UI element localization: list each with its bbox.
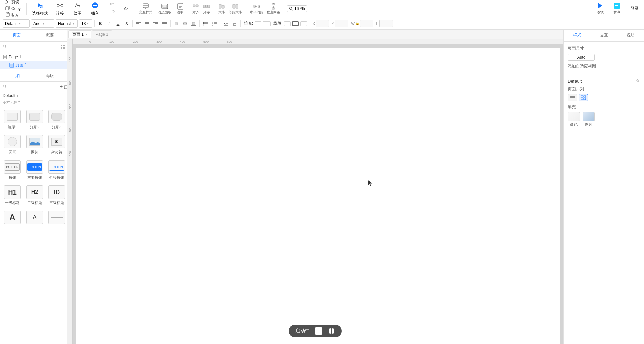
strikethrough-button[interactable]: S <box>123 20 130 27</box>
paste-button[interactable]: 粘贴 <box>4 12 22 18</box>
layout-btn-list[interactable] <box>568 94 577 101</box>
pages-search-input[interactable] <box>8 44 58 49</box>
fill-option-color[interactable]: 颜色 <box>568 112 580 127</box>
y-input[interactable] <box>335 20 348 27</box>
distribute-button[interactable]: 分布 <box>202 2 211 15</box>
comp-item-rect3[interactable]: 矩形3 <box>47 109 66 131</box>
font-dropdown[interactable]: Ariel ▾ <box>31 19 54 28</box>
tree-item-frame1[interactable]: 页面 1 <box>0 61 67 69</box>
svg-rect-84 <box>63 45 65 46</box>
selector-button[interactable]: 选择模式 <box>29 0 51 17</box>
comp-search-input[interactable] <box>8 84 58 89</box>
tree-item-page1[interactable]: Page 1 <box>0 53 67 61</box>
layout-btn-grid[interactable] <box>579 94 588 101</box>
comp-item-h2[interactable]: H2 二级标题 <box>25 184 44 207</box>
comp-item-circle[interactable]: 圆形 <box>3 134 22 156</box>
copy-button[interactable]: Copy <box>4 5 22 12</box>
svg-point-8 <box>61 4 63 6</box>
comp-add-button[interactable]: + <box>60 84 63 90</box>
fill-color-swatch2[interactable] <box>263 21 271 26</box>
weight-dropdown[interactable]: Normal ▾ <box>56 19 78 28</box>
x-input[interactable] <box>316 20 329 27</box>
ordered-list-button[interactable]: 1.2.3. <box>211 20 218 27</box>
border-style-swatch[interactable] <box>292 21 299 26</box>
valign-middle-button[interactable] <box>181 20 189 27</box>
comp-item-image[interactable]: 图片 <box>25 134 44 156</box>
comp-item-btn-link[interactable]: BUTTON 链接按钮 <box>47 159 66 181</box>
comp-item-h3[interactable]: H3 三级标题 <box>47 184 66 207</box>
style-dropdown[interactable]: Default ▾ <box>3 19 30 28</box>
font-size-dropdown[interactable]: 13 ▾ <box>79 19 92 28</box>
dynamic-panel-button[interactable]: 动态面板 <box>156 2 173 15</box>
stop-button[interactable] <box>315 327 322 335</box>
connect-button[interactable]: 连接 <box>52 0 68 17</box>
valign-bottom-button[interactable] <box>190 20 197 27</box>
fill-color-swatch[interactable] <box>255 21 261 26</box>
tab-masters[interactable]: 母版 <box>34 71 67 81</box>
draw-button[interactable]: 绘图 <box>70 0 86 17</box>
bold-button[interactable]: B <box>97 20 104 27</box>
undo-button[interactable] <box>109 1 116 8</box>
interaction-style-button[interactable]: 交互样式 <box>138 2 154 15</box>
canvas-background[interactable] <box>73 44 563 344</box>
w-input[interactable] <box>360 20 373 27</box>
notes-button[interactable]: 说明 <box>175 2 185 15</box>
equal-size-button[interactable]: 等距大小 <box>228 2 243 15</box>
h-input[interactable] <box>379 20 393 27</box>
tab-interact[interactable]: 交互 <box>591 30 617 41</box>
valign-top-button[interactable] <box>173 20 180 27</box>
comp-copy-button[interactable] <box>64 84 67 90</box>
login-button[interactable]: 登录 <box>628 4 641 13</box>
format-toolbar: Default ▾ Ariel ▾ Normal ▾ 13 ▾ B I U S <box>0 17 644 30</box>
status-label: 启动中 <box>295 328 310 334</box>
comp-item-placeholder[interactable]: ✉ 占位符 <box>47 134 66 156</box>
tab-notes[interactable]: 说明 <box>617 30 644 41</box>
comp-item-divider[interactable] <box>47 209 66 227</box>
canvas-tab-close[interactable]: × <box>86 33 88 36</box>
comp-item-rect2[interactable]: 矩形2 <box>25 109 44 131</box>
align-left-button[interactable] <box>135 20 142 27</box>
add-responsive-button[interactable]: 添加自适应视图 <box>568 62 640 71</box>
indent-decrease-button[interactable] <box>222 20 230 27</box>
comp-item-rect1[interactable]: 矩形1 <box>3 109 22 131</box>
copy-label: Copy <box>11 6 21 11</box>
fill-option-image[interactable]: 图片 <box>583 112 595 127</box>
redo-button[interactable] <box>109 9 116 16</box>
text-format-button[interactable]: Aa <box>122 6 132 12</box>
indent-increase-button[interactable] <box>231 20 238 27</box>
size-tools-group: 大小 等距大小 <box>217 2 243 15</box>
comp-item-btn-primary[interactable]: BUTTON 主要按钮 <box>25 159 44 181</box>
size-button[interactable]: 大小 <box>217 2 226 15</box>
border-color-swatch[interactable] <box>284 21 291 26</box>
tab-widgets[interactable]: 元件 <box>0 71 34 81</box>
h-spacing-button[interactable]: 水平间距 <box>249 2 264 15</box>
pages-grid-view-button[interactable] <box>60 44 66 50</box>
border-width-swatch[interactable] <box>300 21 307 26</box>
align-justify-button[interactable] <box>161 20 168 27</box>
insert-button[interactable]: 插入 <box>87 0 103 17</box>
share-button[interactable]: 共享 <box>610 1 624 16</box>
canvas-tab-page1[interactable]: 页面 1 × <box>68 30 91 38</box>
comp-item-text-a2[interactable]: A <box>25 209 44 227</box>
fill-color-thumb <box>568 112 580 121</box>
comp-item-btn-default[interactable]: BUTTON 按钮 <box>3 159 22 181</box>
tab-outline[interactable]: 概要 <box>34 30 67 41</box>
comp-item-text-a[interactable]: A <box>3 209 22 227</box>
align-right-button[interactable] <box>152 20 159 27</box>
tab-style[interactable]: 样式 <box>564 30 591 41</box>
align-button[interactable]: 对齐 <box>191 2 200 15</box>
tab-widgets-label: 元件 <box>13 73 21 79</box>
italic-button[interactable]: I <box>105 20 113 27</box>
comp-item-h1[interactable]: H1 一级标题 <box>3 184 22 207</box>
canvas-tab-page1-alt[interactable]: Page 1 <box>92 30 112 38</box>
tab-pages[interactable]: 页面 <box>0 30 34 41</box>
default-section-edit-icon[interactable]: ✎ <box>636 78 640 84</box>
pause-button[interactable] <box>328 327 335 335</box>
bullet-list-button[interactable] <box>202 20 209 27</box>
zoom-control[interactable]: 167% <box>287 5 307 12</box>
underline-button[interactable]: U <box>114 20 122 27</box>
v-spacing-button[interactable]: 垂直间距 <box>266 2 281 15</box>
cut-button[interactable]: 剪切 <box>4 0 22 5</box>
preview-button[interactable]: 预览 <box>594 1 606 16</box>
align-center-button[interactable] <box>143 20 151 27</box>
